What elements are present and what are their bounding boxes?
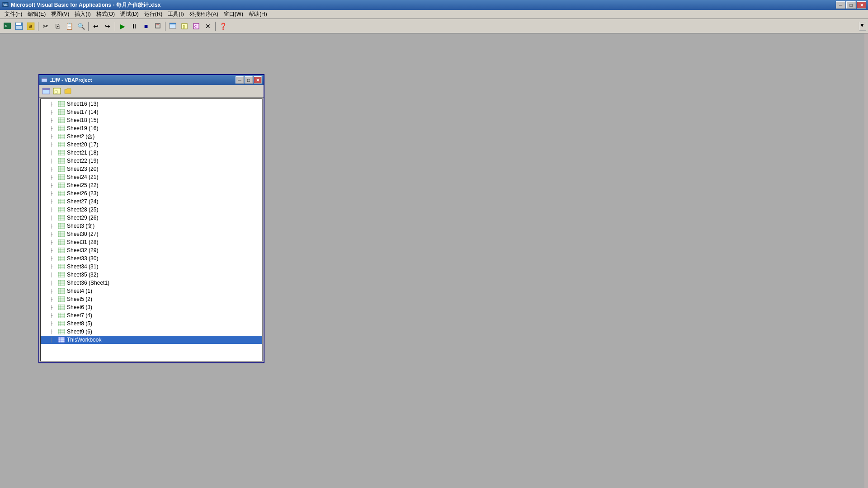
toolbar-module-btn[interactable]: {}: [179, 21, 190, 32]
toolbar-undo-btn[interactable]: ↩: [90, 21, 101, 32]
tree-item[interactable]: ├ Sheet16 (13): [41, 100, 262, 108]
tree-item[interactable]: ├ Sheet18 (15): [41, 116, 262, 124]
toolbar-help-btn[interactable]: ❓: [217, 21, 228, 32]
tree-item[interactable]: ├ Sheet25 (22): [41, 181, 262, 189]
tree-item[interactable]: ├ Sheet5 (2): [41, 295, 262, 303]
tree-item[interactable]: ├ Sheet32 (29): [41, 246, 262, 254]
svg-text:{ }: { }: [54, 89, 58, 94]
vba-maximize-btn[interactable]: □: [245, 76, 253, 84]
vba-close-btn[interactable]: ✕: [254, 76, 262, 84]
toolbar-run-btn[interactable]: ▶: [117, 21, 128, 32]
minimize-button[interactable]: ─: [836, 1, 845, 9]
sheet-icon: [58, 190, 65, 197]
toolbar-excel-icon[interactable]: X: [2, 21, 13, 32]
toolbar-save-btn[interactable]: [14, 21, 24, 32]
tree-item[interactable]: ├ Sheet9 (6): [41, 328, 262, 336]
tree-connector-icon: ├: [50, 197, 57, 206]
tree-connector-icon: ├: [50, 319, 57, 328]
tree-item[interactable]: ├ Sheet23 (20): [41, 165, 262, 173]
toolbar-paste-btn[interactable]: 📋: [64, 21, 75, 32]
toolbar-cut-btn[interactable]: ✂: [40, 21, 51, 32]
tree-item-label: Sheet25 (22): [67, 182, 98, 188]
tree-connector-icon: ├: [50, 165, 57, 173]
tree-item[interactable]: ├ Sheet26 (23): [41, 189, 262, 197]
tree-item[interactable]: ├ Sheet22 (19): [41, 157, 262, 165]
toolbar-find-btn[interactable]: 🔍: [75, 21, 86, 32]
tree-item[interactable]: ├ Sheet7 (4): [41, 311, 262, 319]
tree-item-label: Sheet9 (6): [67, 328, 92, 335]
tree-connector-icon: ├: [50, 271, 57, 279]
app-title: Microsoft Visual Basic for Applications …: [11, 1, 836, 9]
right-resize-strip[interactable]: [864, 33, 868, 488]
tree-item[interactable]: ├ Sheet34 (31): [41, 263, 262, 271]
tree-item[interactable]: ├ Sheet24 (21): [41, 173, 262, 181]
tree-item[interactable]: ├ ThisWorkbook: [41, 336, 262, 344]
toolbar-pause-btn[interactable]: ⏸: [129, 21, 140, 32]
tree-connector-icon: ├: [50, 206, 57, 214]
tree-item[interactable]: ├ Sheet21 (18): [41, 149, 262, 157]
menu-insert[interactable]: 插入(I): [72, 9, 93, 19]
menu-file[interactable]: 文件(F): [2, 9, 25, 19]
toolbar-class-btn[interactable]: C: [191, 21, 202, 32]
menu-addins[interactable]: 外接程序(A): [187, 9, 221, 19]
tree-item[interactable]: ├ Sheet35 (32): [41, 271, 262, 279]
tree-connector-icon: ├: [50, 157, 57, 165]
vba-window-icon: [41, 76, 48, 84]
tree-item[interactable]: ├ Sheet8 (5): [41, 319, 262, 328]
vba-minimize-btn[interactable]: ─: [236, 76, 244, 84]
tree-item[interactable]: ├ Sheet19 (16): [41, 124, 262, 132]
toolbar-extra-btn[interactable]: ⊞: [25, 21, 36, 32]
tree-item[interactable]: ├ Sheet2 (合): [41, 132, 262, 141]
tree-item[interactable]: ├ Sheet36 (Sheet1): [41, 279, 262, 287]
vba-toolbar-view-code[interactable]: { }: [52, 86, 62, 96]
toolbar-redo-btn[interactable]: ↪: [102, 21, 113, 32]
sheet-icon: [58, 231, 65, 237]
svg-rect-115: [58, 288, 65, 294]
tree-item[interactable]: ├ Sheet4 (1): [41, 287, 262, 295]
tree-item[interactable]: ├ Sheet17 (14): [41, 108, 262, 116]
tree-item[interactable]: ├ Sheet31 (28): [41, 238, 262, 246]
tree-item-label: Sheet28 (25): [67, 206, 98, 213]
toolbar-extra2-btn[interactable]: ✕: [203, 21, 213, 32]
tree-item-label: Sheet3 (文): [67, 222, 94, 230]
toolbar-stop-btn[interactable]: ■: [141, 21, 151, 32]
tree-item[interactable]: ├ Sheet30 (27): [41, 230, 262, 238]
tree-item[interactable]: ├ Sheet28 (25): [41, 206, 262, 214]
toolbar-design-btn[interactable]: [152, 21, 163, 32]
svg-rect-139: [58, 337, 65, 343]
menu-view[interactable]: 视图(V): [48, 9, 72, 19]
menu-edit[interactable]: 编辑(E): [25, 9, 48, 19]
menu-window[interactable]: 窗口(W): [221, 9, 246, 19]
tree-item[interactable]: ├ Sheet27 (24): [41, 197, 262, 206]
tree-item-label: Sheet30 (27): [67, 231, 98, 237]
menu-tools[interactable]: 工具(I): [165, 9, 186, 19]
menu-debug[interactable]: 调试(D): [118, 9, 142, 19]
tree-item[interactable]: ├ Sheet3 (文): [41, 222, 262, 230]
sheet-icon: [58, 206, 65, 213]
svg-rect-71: [58, 199, 65, 204]
project-tree[interactable]: ├ Sheet16 (13)├ Sheet17 (14)├ Sheet18 (1…: [40, 99, 263, 361]
toolbar-copy-btn[interactable]: ⎘: [52, 21, 63, 32]
sheet-icon: [58, 198, 65, 205]
menu-help[interactable]: 帮助(H): [246, 9, 270, 19]
tree-item-label: Sheet31 (28): [67, 239, 98, 245]
maximize-button[interactable]: □: [846, 1, 856, 9]
menu-format[interactable]: 格式(O): [94, 9, 118, 19]
vba-toolbar-toggle-folder[interactable]: [63, 86, 73, 96]
sheet-icon: [58, 166, 65, 172]
tree-item-label: Sheet35 (32): [67, 272, 98, 278]
tree-connector-icon: ├: [50, 279, 57, 287]
close-button[interactable]: ✕: [857, 1, 866, 9]
tree-item[interactable]: ├ Sheet33 (30): [41, 254, 262, 263]
tree-item[interactable]: ├ Sheet20 (17): [41, 141, 262, 149]
vba-toolbar-view-object[interactable]: [41, 86, 51, 96]
menu-run[interactable]: 运行(R): [142, 9, 165, 19]
toolbar-dropdown[interactable]: ▼: [859, 22, 866, 31]
toolbar-userform-btn[interactable]: [167, 21, 178, 32]
tree-item-label: Sheet5 (2): [67, 296, 92, 302]
app-icon: VB: [2, 1, 9, 9]
tree-item[interactable]: ├ Sheet6 (3): [41, 303, 262, 311]
tree-item-label: Sheet7 (4): [67, 312, 92, 319]
tree-item[interactable]: ├ Sheet29 (26): [41, 214, 262, 222]
vba-title-bar[interactable]: 工程 - VBAProject ─ □ ✕: [39, 75, 264, 85]
